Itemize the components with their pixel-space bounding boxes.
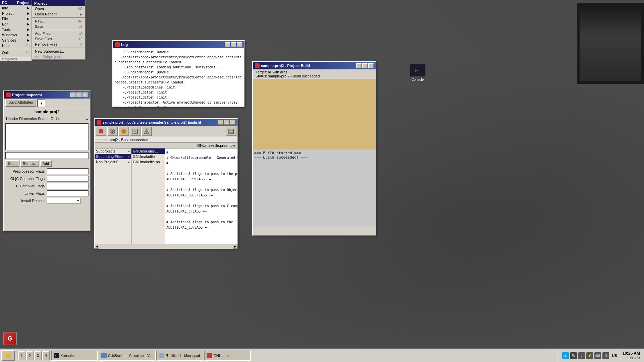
pi-install-label: Install Domain:	[5, 199, 46, 203]
tray-battery-icon[interactable]: ⚡	[586, 352, 593, 359]
tray-telegram-icon[interactable]: ✈	[562, 352, 569, 359]
file-item-0[interactable]: GNUmakefile...	[131, 148, 165, 154]
editor-close-btn[interactable]: ✕	[230, 120, 235, 125]
project-new-subproject[interactable]: New Subproject...	[32, 49, 85, 54]
pi-list-area[interactable]	[5, 123, 89, 150]
tree-item-subprojects-arrow: ▶	[128, 150, 130, 153]
menu-item-hide[interactable]: Hide #h	[0, 43, 32, 48]
tray-network-icon[interactable]: N	[602, 352, 609, 359]
pi-build-attributes-btn[interactable]: Build Attributes	[5, 100, 36, 107]
menu-item-edit[interactable]: Edit ▶	[0, 21, 32, 27]
pi-preprocessor-input[interactable]	[47, 168, 89, 174]
pi-close-btn[interactable]: ✕	[83, 93, 88, 97]
editor-code-area[interactable]: # # GNUmakefile.preamble - Generated by …	[165, 148, 237, 244]
editor-tool-4[interactable]	[130, 127, 141, 136]
tray-lang-label[interactable]: US	[610, 354, 618, 358]
dock-gnustep-icon[interactable]: G	[3, 332, 17, 345]
menu-item-project-arrow: ▶	[27, 12, 30, 15]
pi-set-btn[interactable]: Set...	[5, 160, 19, 167]
vdesk-2[interactable]: 2	[26, 351, 34, 360]
file-item-2[interactable]: GNUmakefile.po...	[131, 159, 165, 165]
pi-preprocessor-row: Preprocessor Flags:	[4, 168, 90, 175]
editor-toolbar	[95, 126, 237, 137]
menu-pc-header[interactable]: PC Project	[0, 0, 32, 5]
pi-minimize-btn[interactable]: ✓	[70, 93, 76, 97]
pi-dropdown-toggle[interactable]: ▼	[37, 100, 45, 107]
editor-panes: Subprojects ▶ Supporting Files ▶ Non Pro…	[95, 148, 237, 244]
project-add-files[interactable]: Add Files... #A	[32, 31, 85, 36]
photo-frame	[577, 3, 644, 84]
file-item-1[interactable]: GNUmakefile	[131, 154, 165, 159]
project-add-subproject[interactable]: Add Subproject...	[32, 54, 85, 59]
hscroll-right-btn[interactable]: ▶	[233, 245, 237, 249]
taskbar-start-button[interactable]	[1, 350, 15, 361]
pi-remove-btn[interactable]: Remove	[20, 160, 39, 167]
tree-item-supporting[interactable]: Supporting Files ▶	[95, 154, 131, 159]
editor-hscroll[interactable]: ◀ ▶	[95, 244, 237, 249]
editor-tool-3[interactable]	[118, 127, 129, 136]
editor-tool-1[interactable]	[96, 127, 106, 136]
hscroll-left-btn[interactable]: ◀	[95, 245, 99, 249]
editor-window-title: sample-proj2 - /opt/src/tests-examples/s…	[103, 121, 201, 124]
taskbar-item-calc[interactable]: CalcBrain.m - Calculator - Vi...	[99, 351, 156, 361]
dock-gnustep-icon-box: G	[3, 332, 17, 345]
log-content[interactable]: PCBundleManager: Bundle /opt/src/apps-pr…	[113, 48, 244, 107]
project-dropdown-header: Project	[32, 1, 85, 6]
taskbar-item-gnustep[interactable]: GNUstep	[204, 351, 251, 361]
build-titlebar[interactable]: sample-proj2 - Project Build ✓ △ ✕	[253, 62, 376, 69]
log-line-0: PCBundleManager: Bundle	[114, 50, 243, 55]
menu-item-file[interactable]: File ▶	[0, 16, 32, 21]
tray-keyboard-icon[interactable]: ⌨	[594, 352, 601, 359]
editor-tree[interactable]: Subprojects ▶ Supporting Files ▶ Non Pro…	[95, 148, 131, 244]
project-save[interactable]: Save #S	[32, 24, 85, 29]
editor-tool-5[interactable]	[141, 127, 152, 136]
menu-item-project[interactable]: Project ▶	[0, 11, 32, 16]
menu-item-windows[interactable]: Windows ▶	[0, 32, 32, 38]
virtual-desktop-btns: 1 2 3 4	[18, 351, 50, 360]
menu-item-quit[interactable]: Quit #q	[0, 50, 32, 55]
pi-linker-input[interactable]	[47, 190, 89, 196]
build-close-btn[interactable]: ✕	[368, 63, 374, 68]
pi-maximize-btn[interactable]: △	[76, 93, 82, 97]
log-minimize-btn[interactable]: ✓	[225, 42, 230, 47]
editor-tool-grid[interactable]	[226, 127, 236, 136]
project-new[interactable]: New... #N	[32, 18, 85, 24]
taskbar-item-konsole[interactable]: >_ Konsole	[51, 351, 98, 361]
taskbar-item-mousepad[interactable]: *Untitled 1 - Mousepad	[156, 351, 203, 361]
pi-install-dropdown[interactable]: ▼	[47, 198, 80, 204]
project-remove-files[interactable]: Remove Files... #r	[32, 42, 85, 47]
log-titlebar[interactable]: Log ✓ △ ✕	[113, 41, 244, 48]
pi-objc-input[interactable]	[47, 176, 89, 182]
build-minimize-btn[interactable]: ✓	[356, 63, 362, 68]
editor-titlebar[interactable]: sample-proj2 - /opt/src/tests-examples/s…	[95, 119, 237, 126]
menu-item-info[interactable]: Info ▶	[0, 5, 32, 11]
tray-wifi-icon[interactable]: W	[570, 352, 577, 359]
pi-add-btn[interactable]: Add	[40, 160, 52, 167]
project-open-recent[interactable]: Open Recent ▶	[32, 11, 85, 17]
editor-tool-2[interactable]	[107, 127, 118, 136]
editor-maximize-btn[interactable]: △	[224, 120, 229, 125]
project-save-files[interactable]: Save Files... #F	[32, 36, 85, 42]
menu-item-tools[interactable]: Tools ▶	[0, 27, 32, 32]
vdesk-1[interactable]: 1	[18, 351, 25, 360]
build-log[interactable]: === Build started === === Build succeede…	[253, 149, 376, 227]
log-maximize-btn[interactable]: △	[231, 42, 236, 47]
pi-c-input[interactable]	[47, 183, 89, 189]
console-icon-container[interactable]: >_ Console	[408, 64, 428, 84]
tree-item-nonproj[interactable]: Non Project F... ▶	[95, 159, 131, 165]
vdesk-3[interactable]: 3	[34, 351, 42, 360]
editor-window-icon	[97, 120, 101, 125]
editor-file-tree[interactable]: GNUmakefile... GNUmakefile GNUmakefile.p…	[131, 148, 165, 244]
pi-titlebar[interactable]: Project Inspector ✓ △ ✕	[4, 91, 90, 99]
build-status-bar: Target: all with args Status: sample-pro…	[253, 69, 376, 79]
vdesk-4[interactable]: 4	[42, 351, 50, 360]
tray-speaker-icon[interactable]: ♪	[578, 352, 585, 359]
log-close-btn[interactable]: ✕	[237, 42, 242, 47]
menu-item-services[interactable]: Services ▶	[0, 38, 32, 43]
console-label: Console	[412, 78, 424, 81]
project-open[interactable]: Open... #O	[32, 6, 85, 11]
pi-search-input[interactable]	[5, 152, 89, 159]
build-maximize-btn[interactable]: △	[362, 63, 368, 68]
tree-item-subprojects[interactable]: Subprojects ▶	[95, 148, 131, 154]
editor-minimize-btn[interactable]: ✓	[218, 120, 223, 125]
